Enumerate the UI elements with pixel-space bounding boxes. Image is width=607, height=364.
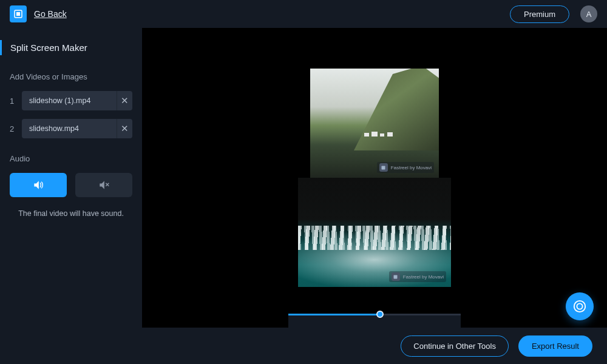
watermark: Fastreel by Movavi (389, 271, 446, 282)
go-back-link[interactable]: Go Back (34, 9, 67, 19)
preview-clip-top: Fastreel by Movavi (310, 69, 439, 178)
file-item[interactable]: slideshow.mp4 ✕ (22, 119, 132, 138)
file-index: 2 (10, 124, 16, 133)
speaker-on-icon (32, 179, 44, 191)
export-result-button[interactable]: Export Result (518, 335, 592, 357)
audio-label: Audio (10, 154, 132, 163)
watermark-text: Fastreel by Movavi (403, 274, 444, 280)
continue-in-other-tools-button[interactable]: Continue in Other Tools (401, 335, 509, 357)
speaker-off-icon (98, 179, 110, 191)
footer-bar: Continue in Other Tools Export Result (142, 328, 607, 364)
svg-rect-4 (382, 166, 385, 169)
watermark: Fastreel by Movavi (377, 162, 434, 173)
svg-point-6 (574, 301, 585, 312)
file-name: slideshow.mp4 (22, 124, 117, 133)
chat-help-icon (573, 300, 586, 313)
main-layout: Split Screen Maker Add Videos or Images … (0, 28, 607, 364)
svg-rect-5 (394, 275, 398, 278)
remove-file-icon[interactable]: ✕ (117, 119, 132, 138)
app-header: Go Back Premium A (0, 0, 607, 28)
file-name: slideshow (1).mp4 (22, 96, 117, 105)
audio-note: The final video will have sound. (10, 209, 132, 218)
watermark-badge-icon (392, 272, 400, 281)
audio-on-button[interactable] (10, 173, 67, 197)
sidebar: Split Screen Maker Add Videos or Images … (0, 28, 142, 364)
preview-clip-bottom: Fastreel by Movavi (298, 178, 451, 287)
preview-canvas: Fastreel by Movavi Fastreel by Movavi (142, 28, 607, 315)
file-index: 1 (10, 96, 16, 106)
premium-button[interactable]: Premium (510, 5, 569, 23)
header-left: Go Back (10, 5, 67, 22)
svg-rect-1 (16, 12, 20, 16)
remove-file-icon[interactable]: ✕ (117, 91, 132, 110)
file-item[interactable]: slideshow (1).mp4 ✕ (22, 91, 132, 110)
header-right: Premium A (510, 5, 597, 23)
page-title: Split Screen Maker (0, 40, 142, 55)
audio-toggle-group (10, 173, 132, 197)
user-avatar[interactable]: A (580, 5, 597, 22)
file-row: 1 slideshow (1).mp4 ✕ (10, 91, 132, 110)
split-preview: Fastreel by Movavi Fastreel by Movavi (288, 69, 461, 287)
watermark-text: Fastreel by Movavi (391, 165, 432, 170)
app-logo-icon (10, 5, 27, 22)
help-fab[interactable] (566, 292, 594, 320)
preview-area: Fastreel by Movavi Fastreel by Movavi (142, 28, 607, 364)
add-media-label: Add Videos or Images (10, 72, 132, 81)
watermark-badge-icon (379, 163, 388, 172)
audio-off-button[interactable] (75, 173, 132, 197)
file-row: 2 slideshow.mp4 ✕ (10, 119, 132, 138)
svg-point-7 (577, 303, 582, 309)
